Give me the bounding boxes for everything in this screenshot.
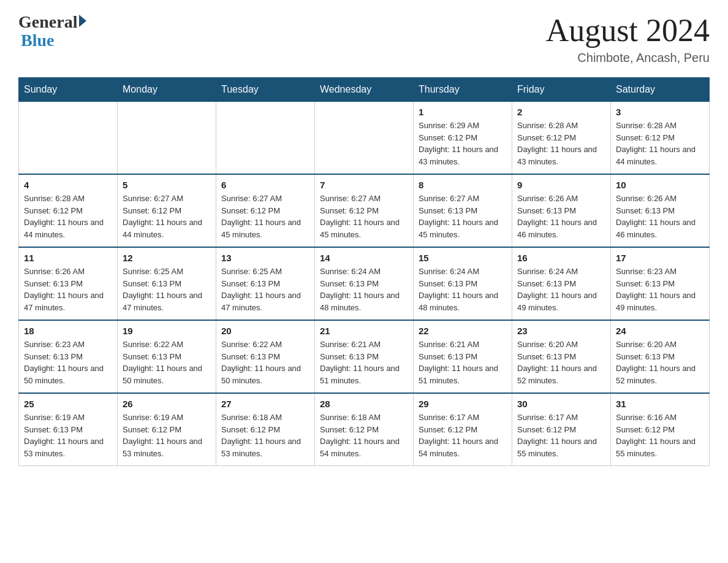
- calendar-cell: 20Sunrise: 6:22 AMSunset: 6:13 PMDayligh…: [216, 320, 315, 393]
- calendar-cell: 17Sunrise: 6:23 AMSunset: 6:13 PMDayligh…: [611, 247, 710, 320]
- day-info: Sunrise: 6:23 AMSunset: 6:13 PMDaylight:…: [616, 266, 704, 313]
- calendar-cell: [315, 102, 414, 175]
- day-info: Sunrise: 6:25 AMSunset: 6:13 PMDaylight:…: [123, 266, 211, 313]
- calendar-cell: [19, 102, 118, 175]
- day-number: 8: [419, 180, 507, 190]
- day-info: Sunrise: 6:29 AMSunset: 6:12 PMDaylight:…: [419, 120, 507, 167]
- calendar-week-row: 25Sunrise: 6:19 AMSunset: 6:13 PMDayligh…: [19, 393, 710, 466]
- calendar-cell: 24Sunrise: 6:20 AMSunset: 6:13 PMDayligh…: [611, 320, 710, 393]
- day-number: 29: [419, 399, 507, 409]
- day-info: Sunrise: 6:18 AMSunset: 6:12 PMDaylight:…: [221, 412, 309, 459]
- day-number: 25: [24, 399, 112, 409]
- day-number: 10: [616, 180, 704, 190]
- day-info: Sunrise: 6:27 AMSunset: 6:13 PMDaylight:…: [419, 193, 507, 240]
- day-info: Sunrise: 6:20 AMSunset: 6:13 PMDaylight:…: [517, 339, 605, 386]
- day-info: Sunrise: 6:20 AMSunset: 6:13 PMDaylight:…: [616, 339, 704, 386]
- calendar-week-row: 1Sunrise: 6:29 AMSunset: 6:12 PMDaylight…: [19, 102, 710, 175]
- calendar-cell: 13Sunrise: 6:25 AMSunset: 6:13 PMDayligh…: [216, 247, 315, 320]
- day-number: 9: [517, 180, 605, 190]
- calendar-header-saturday: Saturday: [611, 78, 710, 102]
- day-number: 3: [616, 107, 704, 117]
- day-number: 19: [123, 326, 211, 336]
- calendar-cell: 30Sunrise: 6:17 AMSunset: 6:12 PMDayligh…: [512, 393, 611, 466]
- day-info: Sunrise: 6:26 AMSunset: 6:13 PMDaylight:…: [517, 193, 605, 240]
- calendar-cell: 3Sunrise: 6:28 AMSunset: 6:12 PMDaylight…: [611, 102, 710, 175]
- day-info: Sunrise: 6:26 AMSunset: 6:13 PMDaylight:…: [616, 193, 704, 240]
- title-area: August 2024 Chimbote, Ancash, Peru: [546, 12, 710, 65]
- calendar-cell: 21Sunrise: 6:21 AMSunset: 6:13 PMDayligh…: [315, 320, 414, 393]
- day-info: Sunrise: 6:22 AMSunset: 6:13 PMDaylight:…: [221, 339, 309, 386]
- day-number: 22: [419, 326, 507, 336]
- day-info: Sunrise: 6:28 AMSunset: 6:12 PMDaylight:…: [517, 120, 605, 167]
- day-number: 1: [419, 107, 507, 117]
- day-info: Sunrise: 6:26 AMSunset: 6:13 PMDaylight:…: [24, 266, 112, 313]
- day-number: 30: [517, 399, 605, 409]
- calendar-header-thursday: Thursday: [414, 78, 512, 102]
- day-info: Sunrise: 6:19 AMSunset: 6:12 PMDaylight:…: [123, 412, 211, 459]
- logo-general-text: General: [18, 12, 77, 32]
- day-number: 4: [24, 180, 112, 190]
- day-info: Sunrise: 6:22 AMSunset: 6:13 PMDaylight:…: [123, 339, 211, 386]
- day-number: 5: [123, 180, 211, 190]
- day-number: 6: [221, 180, 309, 190]
- day-number: 21: [320, 326, 408, 336]
- calendar-cell: 28Sunrise: 6:18 AMSunset: 6:12 PMDayligh…: [315, 393, 414, 466]
- day-info: Sunrise: 6:21 AMSunset: 6:13 PMDaylight:…: [419, 339, 507, 386]
- day-number: 14: [320, 253, 408, 263]
- calendar-cell: 26Sunrise: 6:19 AMSunset: 6:12 PMDayligh…: [118, 393, 216, 466]
- day-info: Sunrise: 6:21 AMSunset: 6:13 PMDaylight:…: [320, 339, 408, 386]
- calendar-cell: 2Sunrise: 6:28 AMSunset: 6:12 PMDaylight…: [512, 102, 611, 175]
- calendar-header-wednesday: Wednesday: [315, 78, 414, 102]
- calendar-cell: 22Sunrise: 6:21 AMSunset: 6:13 PMDayligh…: [414, 320, 512, 393]
- calendar-cell: [118, 102, 216, 175]
- day-info: Sunrise: 6:16 AMSunset: 6:12 PMDaylight:…: [616, 412, 704, 459]
- logo-blue-text: Blue: [18, 31, 54, 50]
- day-info: Sunrise: 6:28 AMSunset: 6:12 PMDaylight:…: [24, 193, 112, 240]
- calendar-cell: 23Sunrise: 6:20 AMSunset: 6:13 PMDayligh…: [512, 320, 611, 393]
- calendar-header-tuesday: Tuesday: [216, 78, 315, 102]
- calendar-header-row: SundayMondayTuesdayWednesdayThursdayFrid…: [19, 78, 710, 102]
- day-number: 18: [24, 326, 112, 336]
- calendar-cell: 15Sunrise: 6:24 AMSunset: 6:13 PMDayligh…: [414, 247, 512, 320]
- calendar-table: SundayMondayTuesdayWednesdayThursdayFrid…: [18, 77, 710, 466]
- calendar-cell: 27Sunrise: 6:18 AMSunset: 6:12 PMDayligh…: [216, 393, 315, 466]
- day-number: 20: [221, 326, 309, 336]
- day-number: 15: [419, 253, 507, 263]
- calendar-cell: 10Sunrise: 6:26 AMSunset: 6:13 PMDayligh…: [611, 174, 710, 247]
- day-info: Sunrise: 6:18 AMSunset: 6:12 PMDaylight:…: [320, 412, 408, 459]
- day-info: Sunrise: 6:24 AMSunset: 6:13 PMDaylight:…: [320, 266, 408, 313]
- day-info: Sunrise: 6:27 AMSunset: 6:12 PMDaylight:…: [320, 193, 408, 240]
- day-number: 28: [320, 399, 408, 409]
- day-info: Sunrise: 6:28 AMSunset: 6:12 PMDaylight:…: [616, 120, 704, 167]
- day-number: 13: [221, 253, 309, 263]
- day-number: 11: [24, 253, 112, 263]
- calendar-cell: 6Sunrise: 6:27 AMSunset: 6:12 PMDaylight…: [216, 174, 315, 247]
- day-number: 16: [517, 253, 605, 263]
- calendar-cell: 18Sunrise: 6:23 AMSunset: 6:13 PMDayligh…: [19, 320, 118, 393]
- day-info: Sunrise: 6:27 AMSunset: 6:12 PMDaylight:…: [221, 193, 309, 240]
- day-info: Sunrise: 6:25 AMSunset: 6:13 PMDaylight:…: [221, 266, 309, 313]
- calendar-cell: 29Sunrise: 6:17 AMSunset: 6:12 PMDayligh…: [414, 393, 512, 466]
- day-info: Sunrise: 6:24 AMSunset: 6:13 PMDaylight:…: [517, 266, 605, 313]
- day-number: 7: [320, 180, 408, 190]
- month-title: August 2024: [546, 12, 710, 48]
- day-number: 17: [616, 253, 704, 263]
- calendar-cell: 19Sunrise: 6:22 AMSunset: 6:13 PMDayligh…: [118, 320, 216, 393]
- calendar-header-sunday: Sunday: [19, 78, 118, 102]
- header: General Blue August 2024 Chimbote, Ancas…: [18, 12, 710, 65]
- day-info: Sunrise: 6:24 AMSunset: 6:13 PMDaylight:…: [419, 266, 507, 313]
- calendar-header-friday: Friday: [512, 78, 611, 102]
- calendar-cell: 14Sunrise: 6:24 AMSunset: 6:13 PMDayligh…: [315, 247, 414, 320]
- day-info: Sunrise: 6:17 AMSunset: 6:12 PMDaylight:…: [517, 412, 605, 459]
- day-number: 2: [517, 107, 605, 117]
- day-info: Sunrise: 6:19 AMSunset: 6:13 PMDaylight:…: [24, 412, 112, 459]
- calendar-cell: 8Sunrise: 6:27 AMSunset: 6:13 PMDaylight…: [414, 174, 512, 247]
- day-number: 12: [123, 253, 211, 263]
- logo: General Blue: [18, 12, 86, 50]
- calendar-week-row: 4Sunrise: 6:28 AMSunset: 6:12 PMDaylight…: [19, 174, 710, 247]
- day-info: Sunrise: 6:27 AMSunset: 6:12 PMDaylight:…: [123, 193, 211, 240]
- calendar-cell: 4Sunrise: 6:28 AMSunset: 6:12 PMDaylight…: [19, 174, 118, 247]
- calendar-cell: 9Sunrise: 6:26 AMSunset: 6:13 PMDaylight…: [512, 174, 611, 247]
- calendar-week-row: 11Sunrise: 6:26 AMSunset: 6:13 PMDayligh…: [19, 247, 710, 320]
- calendar-cell: 11Sunrise: 6:26 AMSunset: 6:13 PMDayligh…: [19, 247, 118, 320]
